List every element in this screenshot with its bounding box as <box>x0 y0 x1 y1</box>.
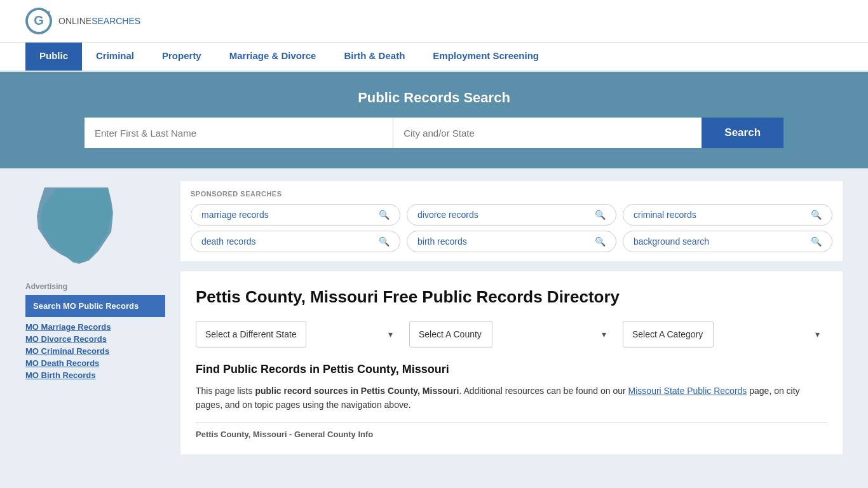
directory-section: Pettis County, Missouri Free Public Reco… <box>180 271 843 454</box>
sidebar-ad-label: Advertising <box>25 282 165 291</box>
section-divider <box>196 423 827 423</box>
pill-marriage[interactable]: marriage records 🔍 <box>191 204 400 226</box>
search-button[interactable]: Search <box>702 118 783 148</box>
search-icon-death: 🔍 <box>379 236 390 247</box>
search-icon-divorce: 🔍 <box>595 210 606 220</box>
search-banner: Public Records Search Search <box>0 72 868 168</box>
find-link[interactable]: Missouri State Public Records <box>628 386 747 396</box>
logo-icon: G <box>25 8 52 34</box>
pill-background-text: background search <box>634 236 709 247</box>
pill-background[interactable]: background search 🔍 <box>623 231 832 252</box>
main-nav: Public Criminal Property Marriage & Divo… <box>0 43 868 72</box>
search-form: Search <box>85 118 783 148</box>
header: G ONLINESEARCHES <box>0 0 868 43</box>
sidebar-link-4[interactable]: MO Birth Records <box>25 370 165 380</box>
sponsored-section: SPONSORED SEARCHES marriage records 🔍 di… <box>180 181 843 261</box>
nav-employment[interactable]: Employment Screening <box>419 43 553 71</box>
nav-public[interactable]: Public <box>25 43 82 71</box>
county-dropdown[interactable]: Select A County <box>409 321 492 348</box>
category-dropdown-wrap: Select A Category <box>623 321 827 348</box>
pill-death[interactable]: death records 🔍 <box>191 231 400 252</box>
sponsored-label: SPONSORED SEARCHES <box>191 190 832 198</box>
pill-birth-text: birth records <box>417 236 467 247</box>
logo-text: ONLINESEARCHES <box>58 16 140 26</box>
svg-text:G: G <box>34 13 44 27</box>
nav-marriage-divorce[interactable]: Marriage & Divorce <box>215 43 330 71</box>
sidebar-advertising: Advertising Search MO Public Records MO … <box>25 282 165 380</box>
search-banner-title: Public Records Search <box>25 90 843 106</box>
search-icon-criminal: 🔍 <box>811 210 822 220</box>
main-layout: Advertising Search MO Public Records MO … <box>0 168 868 467</box>
state-map-svg <box>25 181 127 270</box>
location-input[interactable] <box>393 118 702 148</box>
pills-row-1: marriage records 🔍 divorce records 🔍 cri… <box>191 204 832 226</box>
logo-online: ONLINE <box>58 16 92 26</box>
search-pills: marriage records 🔍 divorce records 🔍 cri… <box>191 204 832 252</box>
sidebar-link-0[interactable]: MO Marriage Records <box>25 322 165 332</box>
find-description: This page lists public record sources in… <box>196 384 827 412</box>
pills-row-2: death records 🔍 birth records 🔍 backgrou… <box>191 231 832 252</box>
pill-death-text: death records <box>201 236 256 247</box>
sidebar-link-3[interactable]: MO Death Records <box>25 358 165 368</box>
search-icon-birth: 🔍 <box>595 236 606 247</box>
search-icon-marriage: 🔍 <box>379 210 390 220</box>
sidebar-link-2[interactable]: MO Criminal Records <box>25 346 165 356</box>
general-info-label: Pettis County, Missouri - General County… <box>196 430 827 439</box>
county-dropdown-wrap: Select A County <box>409 321 614 348</box>
find-title: Find Public Records in Pettis County, Mi… <box>196 363 827 376</box>
missouri-map <box>25 181 165 272</box>
sidebar: Advertising Search MO Public Records MO … <box>25 181 165 454</box>
state-dropdown[interactable]: Select a Different State <box>196 321 306 348</box>
nav-property[interactable]: Property <box>148 43 215 71</box>
dropdowns-row: Select a Different State Select A County… <box>196 321 827 348</box>
directory-title: Pettis County, Missouri Free Public Reco… <box>196 287 827 308</box>
sidebar-links: MO Marriage Records MO Divorce Records M… <box>25 322 165 380</box>
nav-criminal[interactable]: Criminal <box>82 43 148 71</box>
nav-birth-death[interactable]: Birth & Death <box>330 43 419 71</box>
content-area: SPONSORED SEARCHES marriage records 🔍 di… <box>180 181 843 454</box>
find-text-1: This page lists <box>196 386 255 396</box>
pill-marriage-text: marriage records <box>201 210 269 220</box>
pill-birth[interactable]: birth records 🔍 <box>407 231 616 252</box>
logo: G ONLINESEARCHES <box>25 8 140 34</box>
state-dropdown-wrap: Select a Different State <box>196 321 400 348</box>
find-text-2: . Additional resources can be found on o… <box>459 386 628 396</box>
pill-divorce[interactable]: divorce records 🔍 <box>407 204 616 226</box>
pill-divorce-text: divorce records <box>417 210 478 220</box>
name-input[interactable] <box>85 118 393 148</box>
find-bold-1: public record sources in Pettis County, … <box>255 386 459 396</box>
logo-searches: SEARCHES <box>92 16 140 26</box>
pill-criminal-text: criminal records <box>634 210 696 220</box>
sidebar-link-1[interactable]: MO Divorce Records <box>25 334 165 344</box>
pill-criminal[interactable]: criminal records 🔍 <box>623 204 832 226</box>
category-dropdown[interactable]: Select A Category <box>623 321 714 348</box>
sidebar-ad-active[interactable]: Search MO Public Records <box>25 295 165 317</box>
search-icon-background: 🔍 <box>811 236 822 247</box>
